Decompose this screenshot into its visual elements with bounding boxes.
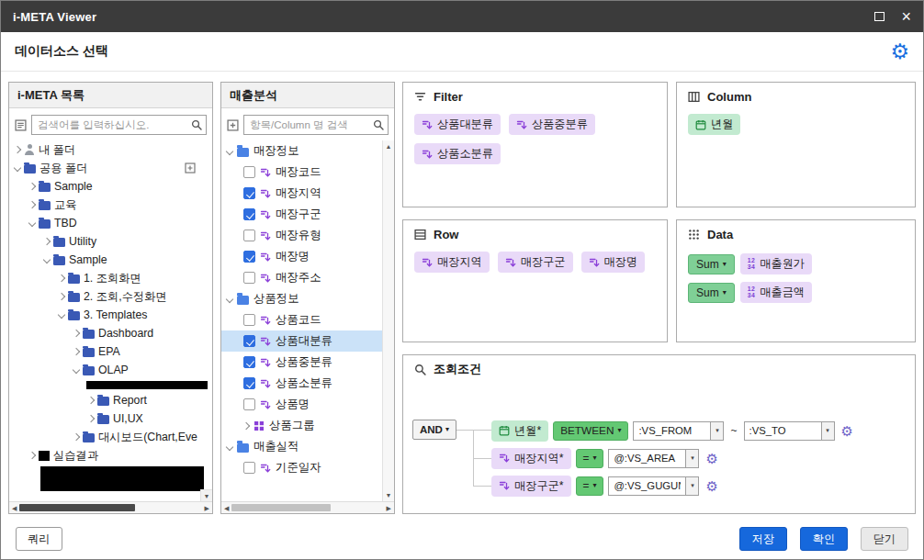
plus-box-icon[interactable] [227, 119, 239, 131]
tree-item-dashboard-chart[interactable]: 대시보드(Chart,Eve [9, 428, 212, 446]
scroll-up-icon[interactable]: ▲ [386, 143, 392, 150]
field-row[interactable]: 상품코드 [221, 309, 394, 330]
field-row[interactable]: 매장구군 [221, 204, 394, 225]
operator-dropdown[interactable]: =▾ [576, 476, 604, 496]
column-chip[interactable]: 년월 [688, 114, 740, 135]
field-row[interactable]: 상품중분류 [221, 352, 394, 373]
value-dropdown-button[interactable]: ▾ [710, 421, 724, 441]
chevron-right-icon[interactable] [28, 183, 36, 190]
field-row[interactable]: 매장지역 [221, 183, 394, 204]
chevron-right-icon[interactable] [28, 201, 36, 208]
scroll-right-icon[interactable]: ▶ [205, 505, 209, 511]
condition-gear-icon[interactable]: ⚙ [841, 424, 853, 438]
horizontal-scrollbar[interactable]: ◀ ▶ [9, 501, 212, 513]
scrollbar-thumb[interactable] [19, 504, 135, 511]
save-button[interactable]: 저장 [739, 527, 787, 551]
field-group-product[interactable]: 상품정보 [221, 288, 394, 309]
field-row-selected[interactable]: 상품대분류 [221, 330, 394, 352]
logic-operator-dropdown[interactable]: AND▾ [412, 420, 456, 440]
close-dialog-button[interactable]: 닫기 [861, 527, 908, 551]
checkbox-checked[interactable] [243, 187, 255, 199]
operator-dropdown[interactable]: BETWEEN▾ [553, 421, 628, 441]
tree-item-report[interactable]: Report [9, 391, 212, 409]
scroll-right-icon[interactable]: ▶ [387, 505, 391, 511]
field-group-store[interactable]: 매장정보 [221, 140, 394, 162]
vertical-scrollbar[interactable]: ▲ ▼ [382, 140, 394, 501]
query-button[interactable]: 쿼리 [16, 527, 62, 551]
chevron-down-icon[interactable] [28, 219, 36, 227]
checkbox-unchecked[interactable] [243, 166, 255, 178]
scroll-down-icon[interactable]: ▼ [386, 492, 392, 498]
aggregation-dropdown[interactable]: Sum▾ [688, 254, 735, 274]
maximize-icon[interactable] [874, 12, 885, 21]
tree-item-epa[interactable]: EPA [9, 342, 212, 361]
search-icon[interactable] [373, 119, 384, 130]
column-search-input[interactable] [243, 115, 389, 135]
field-row[interactable]: 매장코드 [221, 162, 394, 183]
field-group-sales[interactable]: 매출실적 [221, 436, 394, 457]
condition-to-input[interactable] [744, 421, 821, 441]
settings-gear-icon[interactable]: ⚙ [890, 41, 909, 62]
value-dropdown-button[interactable]: ▾ [685, 476, 699, 496]
titlebar[interactable]: i-META Viewer × [1, 1, 923, 32]
aggregation-dropdown[interactable]: Sum▾ [688, 283, 735, 303]
operator-dropdown[interactable]: =▾ [576, 449, 604, 468]
condition-gear-icon[interactable]: ⚙ [705, 452, 717, 465]
chevron-right-icon[interactable] [87, 397, 95, 404]
tree-item-query-edit-screen[interactable]: 2. 조회,수정화면 [9, 287, 212, 306]
imeta-search-input[interactable] [31, 115, 207, 135]
chevron-down-icon[interactable] [73, 366, 80, 374]
tree-item-query-screen[interactable]: 1. 조회화면 [9, 269, 212, 287]
tree-item-education[interactable]: 교육 [9, 196, 212, 214]
tree-item-dashboard[interactable]: Dashboard [9, 324, 212, 342]
field-row[interactable]: 상품명 [221, 394, 394, 415]
filter-chip[interactable]: 상품대분류 [414, 114, 501, 135]
filter-chip[interactable]: 상품소분류 [414, 143, 501, 164]
scrollbar-thumb[interactable] [231, 504, 331, 511]
scroll-down-icon[interactable]: ▼ [204, 493, 210, 499]
checkbox-checked[interactable] [243, 208, 255, 220]
scroll-down-button[interactable]: ▼ [200, 489, 212, 501]
horizontal-scrollbar[interactable]: ◀ ▶ [221, 501, 394, 513]
chevron-down-icon[interactable] [226, 295, 233, 302]
chevron-right-icon[interactable] [58, 274, 65, 282]
chevron-right-icon[interactable] [87, 415, 95, 422]
chevron-right-icon[interactable] [58, 293, 65, 300]
field-row[interactable]: 상품소분류 [221, 373, 394, 394]
tree-item-olap[interactable]: OLAP [9, 361, 212, 379]
condition-from-input[interactable] [633, 421, 710, 441]
condition-field-chip[interactable]: 매장구군* [491, 476, 571, 497]
field-row[interactable]: 기준일자 [221, 457, 394, 478]
tree-item-templates[interactable]: 3. Templates [9, 306, 212, 324]
chevron-right-icon[interactable] [14, 146, 21, 153]
checkbox-unchecked[interactable] [243, 230, 255, 241]
value-dropdown-button[interactable]: ▾ [821, 421, 835, 441]
scroll-left-icon[interactable]: ◀ [224, 505, 229, 511]
chevron-down-icon[interactable] [14, 164, 21, 172]
filter-chip[interactable]: 상품중분류 [509, 114, 595, 135]
tree-view-icon[interactable] [15, 119, 27, 131]
row-chip[interactable]: 매장명 [581, 252, 646, 273]
scroll-left-icon[interactable]: ◀ [12, 505, 17, 511]
checkbox-unchecked[interactable] [243, 398, 255, 410]
confirm-button[interactable]: 확인 [800, 527, 848, 551]
tree-item-sample2[interactable]: Sample [9, 251, 212, 269]
row-chip[interactable]: 매장지역 [414, 252, 490, 273]
chevron-right-icon[interactable] [73, 330, 80, 337]
tree-item-uiux[interactable]: UI,UX [9, 409, 212, 428]
field-row[interactable]: 매장명 [221, 246, 394, 267]
field-row[interactable]: 매장유형 [221, 225, 394, 246]
checkbox-unchecked[interactable] [243, 462, 255, 474]
measure-chip[interactable]: 1234 매출금액 [740, 282, 812, 303]
checkbox-unchecked[interactable] [243, 272, 255, 284]
measure-chip[interactable]: 1234 매출원가 [740, 253, 812, 274]
tree-item-practice-results[interactable]: 실습결과 [9, 446, 212, 465]
chevron-right-icon[interactable] [28, 452, 36, 459]
condition-value-input[interactable] [608, 449, 685, 468]
chevron-right-icon[interactable] [242, 421, 250, 429]
checkbox-unchecked[interactable] [243, 314, 255, 326]
condition-field-chip[interactable]: 년월* [491, 420, 548, 442]
checkbox-checked[interactable] [243, 335, 255, 347]
tree-item-utility[interactable]: Utility [9, 232, 212, 251]
checkbox-checked[interactable] [243, 251, 255, 263]
